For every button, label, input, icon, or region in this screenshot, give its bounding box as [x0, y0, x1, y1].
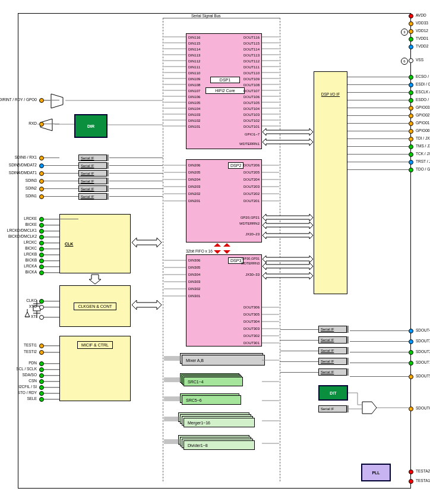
wires-left [0, 0, 430, 504]
